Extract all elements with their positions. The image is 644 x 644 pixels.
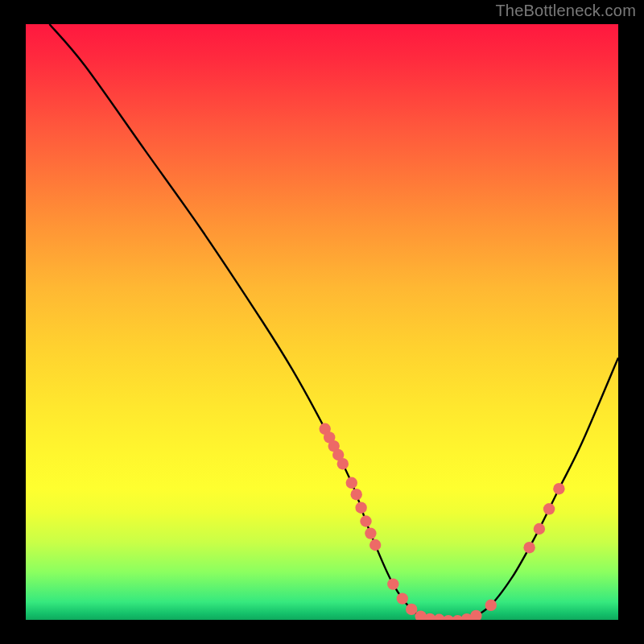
data-dot — [470, 610, 481, 620]
data-dot — [355, 502, 366, 514]
attribution-label: TheBottleneck.com — [495, 2, 636, 20]
data-dots — [320, 423, 565, 620]
data-dot — [351, 489, 362, 500]
plot-area — [26, 24, 618, 620]
data-dot — [523, 542, 535, 553]
data-dot — [534, 523, 545, 535]
data-dot — [365, 527, 376, 539]
data-dot — [360, 515, 371, 526]
data-dot — [553, 483, 564, 494]
data-dot — [406, 604, 417, 615]
data-dot — [397, 592, 408, 604]
chart-container: TheBottleneck.com — [0, 0, 644, 644]
data-dot — [387, 578, 398, 589]
data-dot — [346, 477, 357, 489]
data-dot — [543, 503, 555, 514]
chart-svg — [26, 24, 618, 620]
data-dot — [369, 539, 381, 551]
data-dot — [485, 600, 497, 611]
bottleneck-curve — [49, 24, 618, 620]
data-dot — [337, 458, 349, 469]
